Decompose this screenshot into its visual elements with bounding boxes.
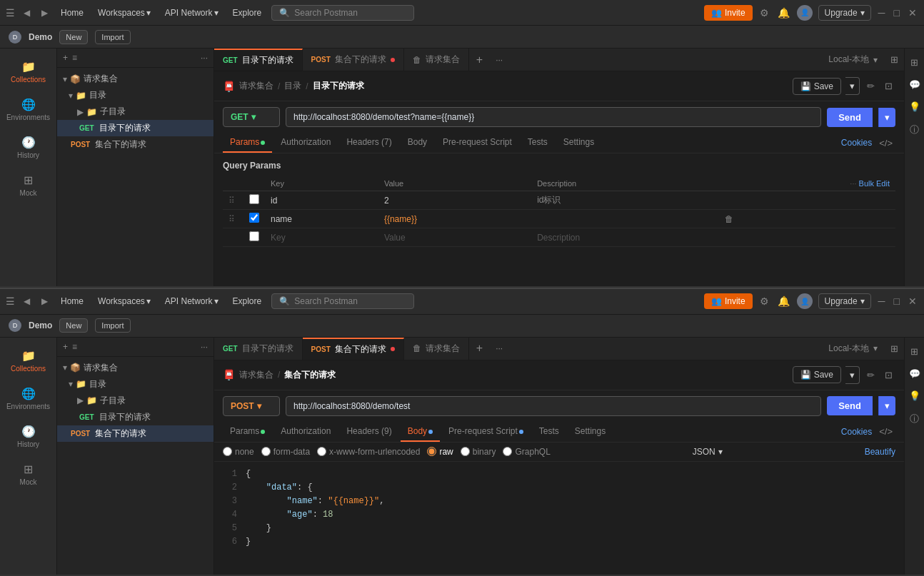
tab-trash-1[interactable]: 🗑 请求集合 [404, 49, 469, 71]
import-button-2[interactable]: Import [95, 318, 130, 333]
req-tab-tests-1[interactable]: Tests [521, 133, 555, 153]
req-tab-authorization-1[interactable]: Authorization [273, 133, 338, 153]
back-arrow-1[interactable]: ◀ [21, 6, 33, 19]
tab-get-request-1[interactable]: GET 目录下的请求 [214, 49, 303, 71]
tree-item-post-request-1[interactable]: POST 集合下的请求 [57, 136, 214, 153]
chat-icon-1[interactable]: 💬 [906, 76, 923, 93]
avatar-1[interactable]: 👤 [797, 5, 813, 21]
send-dropdown-button-2[interactable]: ▾ [878, 396, 895, 415]
method-select-2[interactable]: POST ▾ [223, 396, 280, 416]
bell-icon-1[interactable]: 🔔 [776, 6, 791, 20]
bell-icon-2[interactable]: 🔔 [776, 294, 791, 308]
copy-icon-1[interactable]: ⊡ [882, 78, 895, 94]
settings-icon-1[interactable]: ⚙ [758, 6, 770, 20]
radio-binary-2[interactable]: binary [461, 447, 496, 457]
close-button-2[interactable]: ✕ [907, 294, 918, 308]
req-tab-params-2[interactable]: Params [223, 422, 272, 442]
radio-form-data-2[interactable]: form-data [261, 447, 310, 457]
save-button-1[interactable]: 💾 Save [793, 78, 841, 95]
tab-more-2[interactable]: ··· [490, 343, 508, 353]
more-icon-1[interactable]: ··· [201, 53, 208, 63]
req-tab-prescript-2[interactable]: Pre-request Script [441, 422, 531, 442]
req-tab-settings-1[interactable]: Settings [556, 133, 601, 153]
checkbox-id-1[interactable] [249, 194, 259, 204]
send-button-1[interactable]: Send [827, 108, 873, 127]
cookies-link-2[interactable]: Cookies [841, 427, 872, 437]
layout-icon-2[interactable]: ⊞ [885, 343, 904, 354]
maximize-button-2[interactable]: □ [893, 294, 901, 308]
req-tab-body-2[interactable]: Body [401, 422, 440, 442]
avatar-2[interactable]: 👤 [797, 293, 813, 309]
checkbox-name-1[interactable] [249, 213, 259, 223]
tab-env-1[interactable]: Local-本地 ▾ [821, 54, 885, 66]
settings-icon-2[interactable]: ⚙ [758, 294, 770, 308]
minimize-button-2[interactable]: ─ [877, 294, 887, 308]
radio-none-2[interactable]: none [223, 447, 254, 457]
chat-icon-2[interactable]: 💬 [906, 365, 923, 382]
tree-item-directory-2[interactable]: ▾ 📁 目录 [57, 376, 214, 393]
back-arrow-2[interactable]: ◀ [21, 295, 33, 308]
tab-post-request-2[interactable]: POST 集合下的请求 [303, 338, 404, 360]
plus-icon-2[interactable]: + [63, 342, 68, 352]
maximize-button-1[interactable]: □ [893, 6, 901, 20]
upgrade-button-1[interactable]: Upgrade ▾ [818, 5, 871, 21]
bulk-edit-link-1[interactable]: Bulk Edit [859, 179, 890, 188]
tree-item-subdir-1[interactable]: ▶ 📁 子目录 [57, 103, 214, 120]
req-tab-headers-1[interactable]: Headers (7) [339, 133, 398, 153]
sidebar-item-collections-1[interactable]: 📁 Collections [4, 54, 54, 89]
cookies-link-1[interactable]: Cookies [841, 138, 872, 148]
filter-icon-1[interactable]: ≡ [72, 53, 77, 63]
tree-item-get-request-2[interactable]: GET 目录下的请求 [57, 409, 214, 425]
sidebar-item-environments-2[interactable]: 🌐 Environments [4, 381, 54, 416]
req-tab-prescript-1[interactable]: Pre-request Script [436, 133, 519, 153]
search-bar-1[interactable]: 🔍 Search Postman [271, 5, 414, 21]
sidebar-item-history-1[interactable]: 🕐 History [4, 130, 54, 165]
sidebar-item-mock-2[interactable]: ⊞ Mock [4, 457, 54, 492]
explore-link-1[interactable]: Explore [229, 6, 266, 19]
bulb-icon-1[interactable]: 💡 [906, 98, 923, 115]
tab-post-request-1[interactable]: POST 集合下的请求 [303, 49, 404, 71]
workspaces-link-1[interactable]: Workspaces ▾ [94, 6, 155, 19]
close-button-1[interactable]: ✕ [907, 6, 918, 20]
layout-right-icon-1[interactable]: ⊞ [908, 54, 921, 71]
tree-root-1[interactable]: ▾ 📦 请求集合 [57, 71, 214, 87]
more-icon-2[interactable]: ··· [201, 342, 208, 352]
upgrade-button-2[interactable]: Upgrade ▾ [818, 293, 871, 309]
home-link-2[interactable]: Home [56, 295, 88, 308]
radio-urlencoded-2[interactable]: x-www-form-urlencoded [317, 447, 420, 457]
save-dropdown-button-1[interactable]: ▾ [845, 77, 860, 95]
url-input-2[interactable] [286, 396, 821, 416]
hamburger-icon-1[interactable]: ☰ [6, 7, 15, 19]
tab-add-1[interactable]: + [469, 54, 490, 66]
sidebar-item-collections-2[interactable]: 📁 Collections [4, 343, 54, 378]
explore-link-2[interactable]: Explore [229, 295, 266, 308]
layout-right-icon-2[interactable]: ⊞ [908, 343, 921, 360]
beautify-button-2[interactable]: Beautify [865, 447, 895, 457]
api-network-link-2[interactable]: API Network ▾ [161, 295, 223, 308]
tree-root-2[interactable]: ▾ 📦 请求集合 [57, 360, 214, 376]
tab-more-1[interactable]: ··· [490, 55, 508, 65]
search-bar-2[interactable]: 🔍 Search Postman [271, 293, 414, 309]
filter-icon-2[interactable]: ≡ [72, 342, 77, 352]
body-type-select-2[interactable]: JSON ▾ [693, 447, 723, 457]
new-button-2[interactable]: New [59, 318, 88, 333]
tree-item-directory-1[interactable]: ▾ 📁 目录 [57, 87, 214, 103]
sidebar-item-environments-1[interactable]: 🌐 Environments [4, 92, 54, 127]
method-select-1[interactable]: GET ▾ [223, 107, 280, 127]
tab-get-request-2[interactable]: GET 目录下的请求 [214, 338, 303, 360]
info-icon-1[interactable]: ⓘ [907, 121, 922, 139]
send-dropdown-button-1[interactable]: ▾ [878, 108, 895, 127]
edit-icon-1[interactable]: ✏ [864, 78, 878, 94]
tree-item-subdir-2[interactable]: ▶ 📁 子目录 [57, 393, 214, 409]
layout-icon-1[interactable]: ⊞ [885, 54, 904, 65]
req-tab-settings-2[interactable]: Settings [568, 422, 613, 442]
new-button-1[interactable]: New [59, 30, 88, 44]
bulb-icon-2[interactable]: 💡 [906, 388, 923, 404]
forward-arrow-2[interactable]: ▶ [39, 295, 51, 308]
invite-button-1[interactable]: 👥 Invite [704, 5, 753, 21]
save-dropdown-button-2[interactable]: ▾ [845, 366, 860, 384]
tree-item-get-request-1[interactable]: GET 目录下的请求 [57, 120, 214, 136]
radio-graphql-2[interactable]: GraphQL [503, 447, 550, 457]
tree-item-post-request-2[interactable]: POST 集合下的请求 [57, 425, 214, 442]
api-network-link-1[interactable]: API Network ▾ [161, 6, 223, 19]
